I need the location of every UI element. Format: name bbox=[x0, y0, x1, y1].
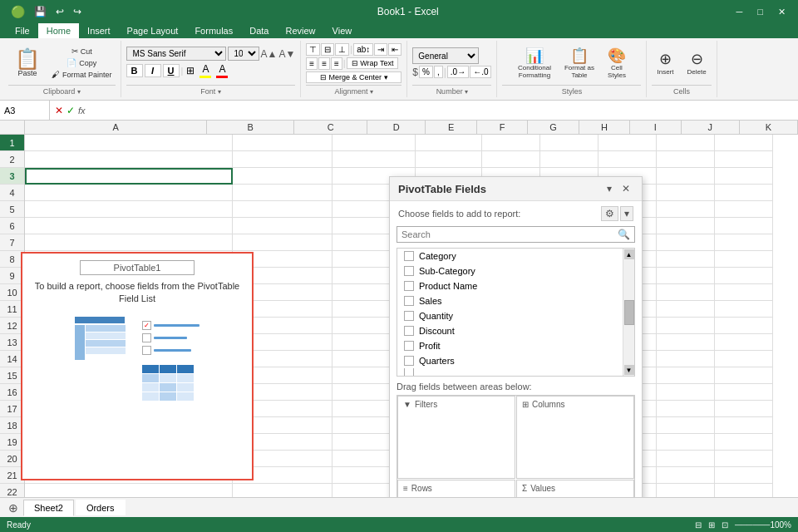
cell-col1-row7[interactable] bbox=[25, 234, 233, 251]
cell-col8-row10[interactable] bbox=[657, 284, 715, 301]
field-item-profit[interactable]: Profit bbox=[397, 338, 623, 353]
row-num-22[interactable]: 22 bbox=[0, 484, 24, 497]
maximize-btn[interactable]: □ bbox=[753, 7, 767, 17]
tab-formulas[interactable]: Formulas bbox=[186, 23, 241, 38]
cell-col9-row17[interactable] bbox=[715, 401, 773, 417]
cell-col1-row6[interactable] bbox=[25, 218, 233, 234]
align-left-btn[interactable]: ≡ bbox=[306, 57, 318, 70]
cell-col8-row9[interactable] bbox=[657, 268, 715, 284]
row-num-5[interactable]: 5 bbox=[0, 201, 24, 218]
comma-btn[interactable]: , bbox=[434, 66, 443, 78]
cell-col9-row6[interactable] bbox=[715, 218, 773, 234]
sheet-tab-orders[interactable]: Orders bbox=[76, 500, 126, 515]
cell-c1[interactable] bbox=[332, 135, 416, 151]
cell-col9-row22[interactable] bbox=[715, 484, 773, 497]
indent-increase-btn[interactable]: ⇥ bbox=[374, 43, 387, 56]
cell-col2-row5[interactable] bbox=[233, 201, 332, 218]
cell-i1[interactable] bbox=[715, 135, 773, 151]
cell-a1[interactable] bbox=[25, 135, 233, 151]
col-header-g[interactable]: G bbox=[528, 121, 579, 134]
cell-a3[interactable] bbox=[25, 168, 233, 185]
conditional-formatting-btn[interactable]: 📊 ConditionalFormatting bbox=[513, 43, 556, 83]
cell-d2[interactable] bbox=[416, 151, 482, 168]
cell-b3[interactable] bbox=[233, 168, 332, 185]
cell-col8-row4[interactable] bbox=[657, 185, 715, 201]
cell-col8-row13[interactable] bbox=[657, 334, 715, 351]
bold-button[interactable]: B bbox=[126, 64, 143, 77]
col-header-j[interactable]: J bbox=[682, 121, 740, 134]
cell-col9-row13[interactable] bbox=[715, 334, 773, 351]
format-painter-button[interactable]: 🖌 Format Painter bbox=[48, 69, 116, 80]
field-item-sales[interactable]: Sales bbox=[397, 293, 623, 308]
panel-gear-btn[interactable]: ⚙ bbox=[601, 206, 618, 221]
tab-home[interactable]: Home bbox=[38, 23, 79, 38]
cell-col8-row16[interactable] bbox=[657, 384, 715, 401]
cell-col8-row12[interactable] bbox=[657, 318, 715, 334]
col-header-f[interactable]: F bbox=[477, 121, 528, 134]
cell-e1[interactable] bbox=[482, 135, 540, 151]
tab-page-layout[interactable]: Page Layout bbox=[119, 23, 187, 38]
cell-b1[interactable] bbox=[233, 135, 332, 151]
cell-reference[interactable]: A3 bbox=[0, 101, 50, 120]
cell-col9-row19[interactable] bbox=[715, 434, 773, 451]
wrap-text-button[interactable]: ⊟ Wrap Text bbox=[347, 57, 399, 69]
insert-function-btn[interactable]: fx bbox=[78, 106, 86, 116]
border-button[interactable]: ⊞ bbox=[185, 64, 196, 77]
cell-col9-row7[interactable] bbox=[715, 234, 773, 251]
cell-f1[interactable] bbox=[540, 135, 598, 151]
font-name-select[interactable]: MS Sans Serif bbox=[126, 47, 226, 61]
cut-button[interactable]: ✂ Cut bbox=[48, 46, 116, 57]
field-checkbox-profit[interactable] bbox=[404, 341, 414, 351]
cell-col8-row20[interactable] bbox=[657, 451, 715, 467]
cell-col2-row7[interactable] bbox=[233, 234, 332, 251]
cell-col9-row12[interactable] bbox=[715, 318, 773, 334]
field-item-category[interactable]: Category bbox=[397, 249, 623, 264]
cell-col8-row11[interactable] bbox=[657, 301, 715, 318]
field-checkbox-product-name[interactable] bbox=[404, 281, 414, 291]
tab-data[interactable]: Data bbox=[241, 23, 277, 38]
zoom-slider[interactable]: ────── bbox=[735, 520, 771, 530]
col-header-c[interactable]: C bbox=[294, 121, 367, 134]
row-num-2[interactable]: 2 bbox=[0, 151, 24, 168]
increase-decimal-btn[interactable]: .0→ bbox=[447, 66, 469, 78]
cell-e2[interactable] bbox=[482, 151, 540, 168]
scroll-down-btn[interactable]: ▼ bbox=[624, 365, 634, 375]
align-middle-btn[interactable]: ⊟ bbox=[321, 43, 334, 56]
field-item-quarters[interactable]: Quarters bbox=[397, 353, 623, 368]
cell-col8-row21[interactable] bbox=[657, 467, 715, 484]
delete-btn[interactable]: ⊖ Delete bbox=[682, 47, 712, 79]
field-checkbox-extra[interactable] bbox=[404, 368, 414, 376]
align-top-btn[interactable]: ⊤ bbox=[306, 43, 320, 56]
drag-area-values[interactable]: Σ Values bbox=[516, 480, 634, 497]
col-header-a[interactable]: A bbox=[25, 121, 207, 134]
merge-center-button[interactable]: ⊟ Merge & Center ▾ bbox=[306, 71, 401, 83]
cell-col8-row18[interactable] bbox=[657, 417, 715, 434]
align-center-btn[interactable]: ≡ bbox=[318, 57, 330, 70]
view-preview-btn[interactable]: ⊡ bbox=[722, 520, 728, 530]
font-size-select[interactable]: 10 bbox=[228, 47, 259, 61]
cell-c2[interactable] bbox=[332, 151, 416, 168]
drag-area-rows[interactable]: ≡ Rows bbox=[397, 480, 515, 497]
underline-button[interactable]: U bbox=[163, 64, 180, 77]
cell-col8-row15[interactable] bbox=[657, 367, 715, 384]
field-checkbox-category[interactable] bbox=[404, 251, 414, 261]
add-sheet-btn[interactable]: ⊕ bbox=[3, 500, 23, 516]
paste-button[interactable]: 📋 Paste bbox=[8, 46, 47, 81]
view-normal-btn[interactable]: ⊟ bbox=[695, 520, 702, 530]
field-item-product-name[interactable]: Product Name bbox=[397, 278, 623, 293]
cell-col9-row10[interactable] bbox=[715, 284, 773, 301]
cell-col8-row7[interactable] bbox=[657, 234, 715, 251]
cell-g2[interactable] bbox=[598, 151, 657, 168]
col-header-i[interactable]: I bbox=[630, 121, 681, 134]
text-direction-btn[interactable]: ab↕ bbox=[353, 43, 373, 56]
number-format-select[interactable]: General bbox=[412, 47, 479, 64]
field-checkbox-discount[interactable] bbox=[404, 326, 414, 336]
cell-styles-btn[interactable]: 🎨 CellStyles bbox=[603, 43, 631, 83]
field-item-quantity[interactable]: Quantity bbox=[397, 308, 623, 323]
field-item-discount[interactable]: Discount bbox=[397, 323, 623, 338]
cell-col2-row22[interactable] bbox=[233, 484, 332, 497]
field-checkbox-quarters[interactable] bbox=[404, 356, 414, 366]
cell-col8-row14[interactable] bbox=[657, 351, 715, 367]
row-num-7[interactable]: 7 bbox=[0, 234, 24, 251]
drag-area-columns[interactable]: ⊞ Columns bbox=[516, 396, 634, 479]
